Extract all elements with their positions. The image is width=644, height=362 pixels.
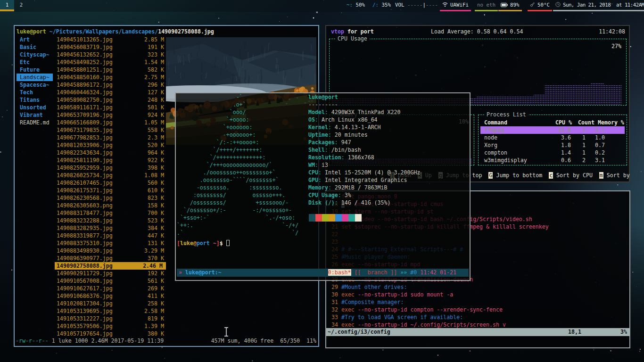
- tmux-git-branch: [[ branch ]]: [351, 269, 401, 276]
- wifi-icon: [442, 2, 448, 8]
- bar-block-disk-home[interactable]: ~: 50%: [347, 0, 365, 11]
- ranger-file[interactable]: 1490825811190.jpg: [57, 156, 113, 164]
- ranger-file[interactable]: 1490826230568.jpg: [57, 194, 113, 202]
- col-cpu[interactable]: CPU %: [540, 119, 572, 126]
- ranger-file[interactable]: 1490883232288.jpg: [57, 217, 113, 224]
- info-value: 4.14.13-1-ARCH: [331, 124, 381, 131]
- workspace-button-1[interactable]: 1: [0, 0, 14, 11]
- volume-meter2: ----: [426, 2, 438, 8]
- neofetch-info-Shell: Shell: /bin/bash: [308, 146, 361, 154]
- ranger-dir-READMEmd[interactable]: README.md: [17, 119, 53, 126]
- process-row-Xorg[interactable]: Xorg1.810.7: [480, 141, 625, 149]
- ranger-file[interactable]: 1490822343634.jpg: [57, 149, 113, 156]
- ranger-file[interactable]: 1490673179835.jpg: [57, 126, 113, 134]
- ranger-dir-Art[interactable]: Art: [17, 36, 33, 43]
- ranger-dir-Basic[interactable]: Basic: [17, 43, 40, 51]
- prompt-part: [: [177, 240, 180, 247]
- bar-block-disk-root[interactable]: /: 35%: [372, 0, 391, 11]
- ranger-file[interactable]: 1490883375310.jpg: [57, 239, 113, 247]
- ranger-file[interactable]: 1490910567008.jpg: [57, 277, 113, 285]
- col-count[interactable]: Count: [578, 119, 594, 126]
- process-cpu: 1.4: [540, 149, 571, 156]
- ranger-file[interactable]: 1491053139695.jpg: [57, 307, 113, 315]
- ranger-file[interactable]: 1490677982853.jpg: [57, 134, 113, 141]
- palette-swatch-4: [335, 214, 342, 222]
- ranger-file[interactable]: 1490896390977.jpg: [57, 255, 113, 262]
- ranger-file[interactable]: 1490910627617.jpg: [57, 285, 113, 292]
- ranger-file[interactable]: 1490826025734.jpg: [57, 172, 113, 179]
- ranger-file-selected[interactable]: 1490902758088.jpg2.46 M: [55, 262, 166, 270]
- ranger-file[interactable]: 1491020817304.jpg: [57, 300, 113, 307]
- shell-prompt[interactable]: [luke@port ~]$: [177, 239, 230, 247]
- info-value: 3%: [341, 192, 351, 198]
- process-table-header: CommandCPU %CountMemory %: [479, 119, 627, 126]
- ranger-file[interactable]: 1490812033906.jpg: [57, 141, 113, 149]
- ranger-dir-Etc[interactable]: Etc: [17, 58, 33, 66]
- ranger-file[interactable]: 1490883282935.jpg: [57, 224, 113, 232]
- process-row-ffmpeg[interactable]: ffmpeg15.612.1: [480, 126, 625, 134]
- process-row-compton[interactable]: compton1.410.2: [480, 149, 625, 156]
- bar-block-wifi[interactable]: UAWiFi: [442, 0, 469, 11]
- col-command[interactable]: Command: [484, 119, 507, 126]
- bar-block-ethernet[interactable]: no eth: [477, 0, 495, 11]
- process-row-node[interactable]: node3.611.0: [480, 134, 625, 141]
- ranger-dir-Titans[interactable]: Titans: [17, 96, 43, 104]
- process-memory: 3.1: [595, 156, 605, 164]
- ranger-file[interactable]: 1490589082750.jpg: [57, 96, 113, 104]
- keybar-key-c[interactable]: c: [549, 172, 553, 179]
- bar-block-clock[interactable]: Sun, Jan 21, 2018 at 11:42AM: [555, 0, 644, 11]
- ranger-dir-Landscap[interactable]: Landscap~: [17, 74, 53, 81]
- neofetch-underline: ---------: [308, 101, 338, 108]
- neofetch-info-Memory: Memory: 292MiB / 7863MiB: [308, 184, 388, 191]
- tmux-window-bash[interactable]: 0:bash*: [328, 269, 351, 276]
- ranger-file[interactable]: 1490458896172.jpg: [57, 81, 113, 89]
- ranger-file[interactable]: 1490825952959.jpg: [57, 164, 113, 172]
- info-value: i3: [318, 162, 328, 168]
- ranger-dir-Future[interactable]: Future: [17, 66, 43, 74]
- window-neofetch[interactable]: -` .o+` `ooo/ `+oooo: `+oooooo: -+oooooo…: [175, 92, 471, 281]
- ranger-file[interactable]: 1490451013265.jpg: [57, 36, 113, 43]
- ranger-dir-Vibrant[interactable]: Vibrant: [17, 111, 46, 119]
- ranger-file[interactable]: 1490458850160.jpg: [57, 74, 113, 81]
- bar-block-temperature[interactable]: 50°C: [530, 0, 550, 11]
- ranger-file[interactable]: 1490910686376.jpg: [57, 292, 113, 300]
- process-row-w3mimgdisplay[interactable]: w3mimgdisplay0.623.1: [480, 156, 625, 164]
- ranger-file[interactable]: 1490826107465.jpg: [57, 179, 113, 187]
- ranger-file-size: 411 K: [148, 292, 164, 300]
- file-permissions: -rw-r--r--: [16, 337, 49, 344]
- keybar-key-m[interactable]: m: [599, 172, 603, 179]
- ranger-file[interactable]: 1491057197654.jpg: [57, 330, 113, 337]
- ranger-dir-Unsorted[interactable]: Unsorted: [17, 104, 50, 111]
- ranger-file[interactable]: 1490653709196.jpg: [57, 111, 113, 119]
- ranger-file[interactable]: 1490665166809.jpg: [57, 119, 113, 126]
- ranger-file-size: 501 K: [148, 104, 164, 111]
- vim-line-31: 31 #Composite manager:: [328, 298, 404, 306]
- bar-block-volume[interactable]: VOL -----|----: [395, 0, 438, 11]
- ranger-file[interactable]: 1490456083719.jpg: [57, 43, 113, 51]
- ranger-file[interactable]: 1491053579506.jpg: [57, 322, 113, 330]
- ranger-file[interactable]: 1490589116171.jpg: [57, 104, 113, 111]
- ranger-file[interactable]: 1491053312227.jpg: [57, 315, 113, 322]
- ranger-file[interactable]: 1490826175371.jpg: [57, 187, 113, 194]
- ranger-file[interactable]: 1490460446324.jpg: [57, 89, 113, 96]
- ranger-user-host: luke@port: [17, 28, 46, 35]
- workspace-button-2[interactable]: 2: [14, 0, 28, 11]
- info-colon: :: [335, 199, 338, 206]
- ranger-file[interactable]: 1490883319877.jpg: [57, 232, 113, 239]
- ranger-file[interactable]: 1490902911729.jpg: [57, 270, 113, 277]
- ranger-file[interactable]: 1490458801251.jpg: [57, 66, 113, 74]
- ranger-file[interactable]: 1490883178477.jpg: [57, 209, 113, 217]
- info-value: Intel Integrated Graphics: [322, 177, 407, 183]
- wifi-value: UAWiFi: [450, 2, 469, 8]
- ranger-file[interactable]: 1490883498930.jpg: [57, 247, 113, 255]
- ranger-file[interactable]: 1490456132652.jpg: [57, 51, 113, 58]
- col-memory[interactable]: Memory %: [598, 119, 624, 126]
- ranger-dir-Cityscap[interactable]: Cityscap~: [17, 51, 53, 58]
- bar-block-battery[interactable]: 89%: [501, 0, 520, 11]
- ranger-file[interactable]: 1490826305603.png: [57, 202, 113, 209]
- ranger-file[interactable]: 1490458498252.jpg: [57, 58, 113, 66]
- ranger-dir-Spacesca[interactable]: Spacesca~: [17, 81, 53, 89]
- ranger-dir-Tech[interactable]: Tech: [17, 89, 36, 96]
- keybar-label: Jump to bottom: [493, 172, 549, 179]
- ranger-file-size: 191 K: [148, 43, 164, 51]
